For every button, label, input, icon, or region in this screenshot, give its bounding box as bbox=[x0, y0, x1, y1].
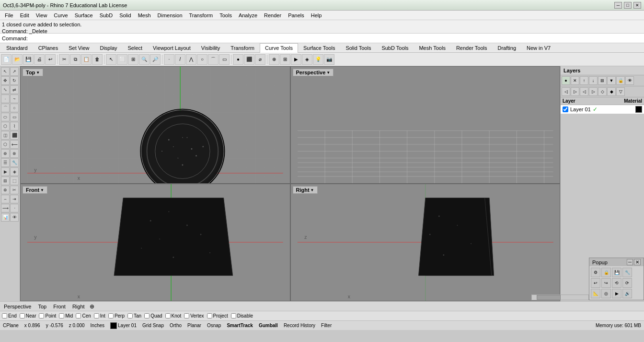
lt-flow[interactable]: ⟿ bbox=[1, 204, 10, 212]
lt-arc[interactable]: ⌒ bbox=[1, 104, 10, 112]
camera-icon[interactable]: 📷 bbox=[324, 54, 334, 65]
tab-surface-tools[interactable]: Surface Tools bbox=[298, 43, 340, 53]
layer-r5[interactable]: ◇ bbox=[598, 87, 607, 96]
layer-color-swatch[interactable] bbox=[635, 106, 642, 113]
snap-tan[interactable]: Tan bbox=[127, 313, 141, 318]
paste-icon[interactable]: 📋 bbox=[81, 54, 92, 65]
snap-mid[interactable]: Mid bbox=[59, 313, 73, 318]
lt-array[interactable]: ⊞ bbox=[1, 177, 10, 185]
command-input[interactable] bbox=[29, 35, 642, 41]
rect-icon[interactable]: ▭ bbox=[219, 54, 230, 65]
gumball-status[interactable]: Gumball bbox=[259, 323, 278, 328]
layer-lock-icon[interactable]: 🔒 bbox=[616, 76, 625, 85]
layer-r4[interactable]: ▷ bbox=[589, 87, 598, 96]
cylinder-icon[interactable]: ⌀ bbox=[255, 54, 265, 65]
layer-r2[interactable]: ▷ bbox=[571, 87, 579, 96]
window-select-icon[interactable]: ⬜ bbox=[117, 54, 127, 65]
vp-tab-front[interactable]: Front bbox=[51, 303, 68, 310]
menu-subd[interactable]: SubD bbox=[97, 12, 116, 19]
layer-up-icon[interactable]: ↑ bbox=[580, 76, 588, 85]
snap-end[interactable]: End bbox=[2, 313, 17, 318]
line-icon[interactable]: / bbox=[175, 54, 185, 65]
snap-cen-cb[interactable] bbox=[76, 313, 81, 318]
perspective-dropdown-icon[interactable]: ▼ bbox=[326, 71, 330, 75]
lt-rect[interactable]: ▭ bbox=[10, 113, 19, 121]
layer-eye-icon[interactable]: 👁 bbox=[625, 76, 634, 85]
undo-icon[interactable]: ↩ bbox=[45, 54, 56, 65]
layer-down-icon[interactable]: ↓ bbox=[589, 76, 598, 85]
snap-perp[interactable]: Perp bbox=[108, 313, 125, 318]
tab-display[interactable]: Display bbox=[94, 43, 122, 53]
snap-vertex[interactable]: Vertex bbox=[184, 313, 204, 318]
lt-offset[interactable]: ⇥ bbox=[10, 195, 19, 203]
right-dropdown-icon[interactable]: ▼ bbox=[310, 188, 314, 192]
render-icon[interactable]: ▶ bbox=[291, 54, 301, 65]
popup-icon-2[interactable]: 🔒 bbox=[601, 268, 611, 277]
snap-quad[interactable]: Quad bbox=[144, 313, 162, 318]
lt-ellipse[interactable]: ⬭ bbox=[1, 113, 10, 121]
vp-tab-add[interactable]: ⊕ bbox=[90, 303, 94, 310]
lt-select[interactable]: ↖ bbox=[1, 67, 10, 76]
popup-icon-5[interactable]: ↩ bbox=[591, 278, 600, 288]
viewport-top[interactable]: Top ▼ bbox=[20, 66, 290, 184]
smarttrack-status[interactable]: SmartTrack bbox=[227, 323, 253, 328]
lt-prop[interactable]: 🔧 bbox=[10, 158, 19, 167]
menu-panels[interactable]: Panels bbox=[285, 12, 307, 19]
menu-analyze[interactable]: Analyze bbox=[236, 12, 260, 19]
popup-icon-11[interactable]: ▶ bbox=[612, 289, 621, 298]
layer-visibility-checkbox[interactable] bbox=[563, 106, 568, 112]
lt-select2[interactable]: ↗ bbox=[10, 67, 19, 76]
lt-trim[interactable]: ✂ bbox=[10, 186, 19, 194]
cut-icon[interactable]: ✂ bbox=[59, 54, 69, 65]
tab-standard[interactable]: Standard bbox=[1, 43, 33, 53]
menu-view[interactable]: View bbox=[33, 12, 50, 19]
menu-tools[interactable]: Tools bbox=[217, 12, 235, 19]
snap-cen[interactable]: Cen bbox=[76, 313, 91, 318]
lt-point[interactable]: · bbox=[1, 94, 10, 103]
lt-surface[interactable]: ◫ bbox=[1, 131, 10, 140]
menu-render[interactable]: Render bbox=[261, 12, 284, 19]
popup-icon-6[interactable]: ↪ bbox=[601, 278, 611, 288]
snap-quad-cb[interactable] bbox=[144, 313, 150, 318]
polyline-icon[interactable]: ⋀ bbox=[186, 54, 196, 65]
snap-vertex-cb[interactable] bbox=[184, 313, 189, 318]
menu-surface[interactable]: Surface bbox=[72, 12, 96, 19]
lt-polygon[interactable]: ⬡ bbox=[1, 122, 10, 130]
menu-mesh[interactable]: Mesh bbox=[135, 12, 154, 19]
copy-icon[interactable]: ⧉ bbox=[70, 54, 80, 65]
zoom-ext-icon[interactable]: ⊞ bbox=[128, 54, 138, 65]
layer-delete-icon[interactable]: ✕ bbox=[571, 76, 579, 85]
lt-snap[interactable]: ⊕ bbox=[1, 149, 10, 158]
planar-status[interactable]: Planar bbox=[187, 323, 201, 328]
tab-new-in-v7[interactable]: New in V7 bbox=[521, 43, 556, 53]
record-history-status[interactable]: Record History bbox=[284, 323, 315, 328]
snap-knot-cb[interactable] bbox=[165, 313, 171, 318]
tab-curve-tools[interactable]: Curve Tools bbox=[260, 43, 298, 53]
snap-int-cb[interactable] bbox=[94, 313, 99, 318]
snap-project-cb[interactable] bbox=[207, 313, 212, 318]
tab-cplanes[interactable]: CPlanes bbox=[33, 43, 64, 53]
viewport-front-label[interactable]: Front ▼ bbox=[23, 186, 47, 194]
lt-curve[interactable]: ~ bbox=[10, 94, 19, 103]
popup-icon-4[interactable]: 🔧 bbox=[622, 268, 632, 277]
lt-osnap[interactable]: ⊗ bbox=[10, 149, 19, 158]
snap-end-cb[interactable] bbox=[2, 313, 7, 318]
lt-cage[interactable]: ⬞ bbox=[10, 204, 19, 212]
popup-icon-8[interactable]: ⟳ bbox=[622, 278, 632, 288]
maximize-button[interactable]: □ bbox=[624, 2, 632, 9]
circle-icon[interactable]: ○ bbox=[197, 54, 207, 65]
lt-scale[interactable]: ⤡ bbox=[1, 85, 10, 94]
viewport-top-label[interactable]: Top ▼ bbox=[23, 69, 43, 76]
viewport-right[interactable]: Right ▼ z x bbox=[290, 184, 561, 301]
vp-tab-top[interactable]: Top bbox=[36, 303, 48, 310]
select-icon[interactable]: ↖ bbox=[106, 54, 116, 65]
save-icon[interactable]: 💾 bbox=[23, 54, 34, 65]
tab-setview[interactable]: Set View bbox=[63, 43, 94, 53]
lt-mesh[interactable]: ⬡ bbox=[1, 140, 10, 149]
layer-sort-icon[interactable]: ⊞ bbox=[598, 76, 607, 85]
lt-dim[interactable]: ⟵ bbox=[10, 140, 19, 149]
popup-icon-12[interactable]: 🔊 bbox=[622, 289, 632, 298]
menu-transform[interactable]: Transform bbox=[186, 12, 216, 19]
tab-transform[interactable]: Transform bbox=[225, 43, 260, 53]
lt-layer[interactable]: ☰ bbox=[1, 158, 10, 167]
